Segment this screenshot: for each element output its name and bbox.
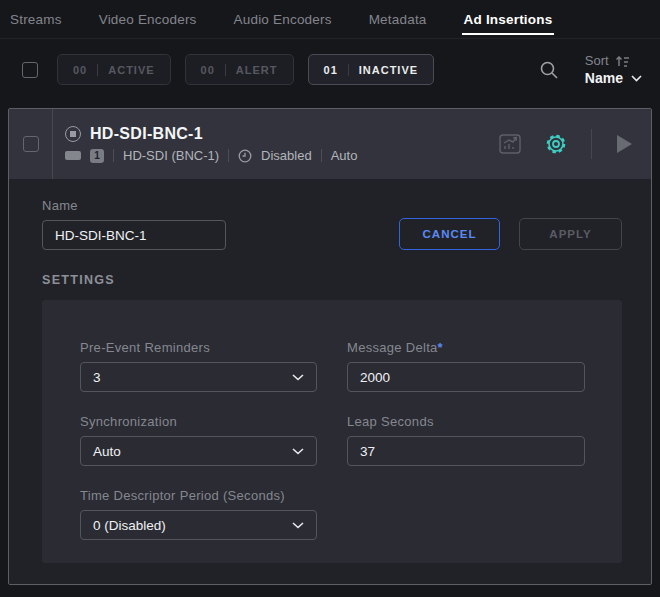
leap-seconds-label: Leap Seconds [347, 414, 585, 429]
time-descriptor-period-select[interactable]: 0 (Disabled) [80, 510, 317, 540]
required-marker: * [438, 340, 443, 355]
divider [591, 129, 592, 159]
name-label: Name [42, 198, 226, 213]
message-delta-field: Message Delta* [347, 340, 585, 392]
filter-active-button[interactable]: 00 ACTIVE [57, 54, 171, 85]
divider [321, 149, 322, 162]
time-descriptor-period-field: Time Descriptor Period (Seconds) 0 (Disa… [80, 488, 317, 540]
synchronization-select[interactable]: Auto [80, 436, 317, 466]
divider [348, 64, 349, 76]
time-descriptor-period-value: 0 (Disabled) [93, 518, 166, 533]
chevron-down-icon [631, 75, 642, 82]
tab-video-encoders[interactable]: Video Encoders [97, 0, 199, 38]
message-delta-input[interactable] [347, 362, 585, 392]
settings-section-heading: SETTINGS [42, 273, 622, 287]
tab-metadata[interactable]: Metadata [367, 0, 429, 38]
synchronization-label: Synchronization [80, 414, 317, 429]
filter-toolbar: 00 ACTIVE 00 ALERT 01 INACTIVE Sort [0, 39, 660, 100]
leap-seconds-field: Leap Seconds [347, 414, 585, 466]
divider [113, 149, 114, 162]
filter-active-count: 00 [73, 64, 87, 76]
card-action-buttons [499, 129, 651, 159]
top-tab-bar: Streams Video Encoders Audio Encoders Me… [0, 0, 660, 39]
input-number-badge: 1 [90, 149, 104, 163]
search-button[interactable] [539, 60, 559, 80]
pre-event-reminders-field: Pre-Event Reminders 3 [80, 340, 317, 392]
time-descriptor-period-label: Time Descriptor Period (Seconds) [80, 488, 317, 503]
chevron-down-icon [292, 374, 304, 381]
pre-event-reminders-value: 3 [93, 370, 101, 385]
card-checkbox-column [9, 109, 53, 179]
tab-streams[interactable]: Streams [8, 0, 64, 38]
search-icon [539, 60, 559, 80]
leap-seconds-input[interactable] [347, 436, 585, 466]
pre-event-reminders-select[interactable]: 3 [80, 362, 317, 392]
pre-event-reminders-label: Pre-Event Reminders [80, 340, 317, 355]
sdi-port-icon [65, 151, 81, 160]
message-delta-label: Message Delta [347, 340, 438, 355]
sort-label: Sort [585, 53, 609, 68]
divider [228, 149, 229, 162]
select-all-checkbox[interactable] [22, 62, 38, 78]
cancel-button[interactable]: CANCEL [399, 218, 500, 250]
device-card: HD-SDI-BNC-1 1 HD-SDI (BNC-1) Disabled A… [8, 108, 652, 585]
filter-inactive-button[interactable]: 01 INACTIVE [308, 54, 435, 85]
card-select-checkbox[interactable] [23, 136, 39, 152]
start-play-button[interactable] [615, 134, 633, 154]
stats-chart-icon[interactable] [499, 134, 521, 154]
device-card-body: Name CANCEL APPLY SETTINGS Pre-Event Rem… [9, 179, 651, 584]
filter-alert-button[interactable]: 00 ALERT [185, 54, 294, 85]
stopped-status-icon [65, 126, 81, 142]
settings-gear-icon[interactable] [544, 132, 568, 156]
tab-audio-encoders[interactable]: Audio Encoders [232, 0, 334, 38]
filter-inactive-count: 01 [324, 64, 338, 76]
name-input[interactable] [42, 220, 226, 250]
status-filter-group: 00 ACTIVE 00 ALERT 01 INACTIVE [57, 54, 434, 85]
filter-inactive-label: INACTIVE [359, 64, 418, 76]
divider [97, 64, 98, 76]
sort-value: Name [585, 70, 623, 86]
device-interface: HD-SDI (BNC-1) [123, 148, 219, 163]
device-title: HD-SDI-BNC-1 [90, 125, 203, 143]
tab-ad-insertions[interactable]: Ad Insertions [462, 0, 555, 38]
empty-grid-cell [347, 488, 585, 540]
device-identity: HD-SDI-BNC-1 1 HD-SDI (BNC-1) Disabled A… [53, 125, 357, 163]
apply-button[interactable]: APPLY [519, 218, 622, 250]
chevron-down-icon [292, 522, 304, 529]
filter-alert-count: 00 [201, 64, 215, 76]
filter-alert-label: ALERT [236, 64, 278, 76]
synchronization-field: Synchronization Auto [80, 414, 317, 466]
sort-control[interactable]: Sort Name [585, 53, 642, 86]
settings-panel: Pre-Event Reminders 3 Message Delta* [42, 300, 622, 563]
filter-active-label: ACTIVE [108, 64, 154, 76]
divider [225, 64, 226, 76]
name-edit-row: Name CANCEL APPLY [42, 198, 622, 250]
chevron-down-icon [292, 448, 304, 455]
sort-order-icon [616, 55, 630, 67]
schedule-status: Disabled [261, 148, 312, 163]
device-mode: Auto [331, 148, 358, 163]
synchronization-value: Auto [93, 444, 121, 459]
device-card-header: HD-SDI-BNC-1 1 HD-SDI (BNC-1) Disabled A… [9, 109, 651, 179]
clock-icon [238, 149, 252, 163]
